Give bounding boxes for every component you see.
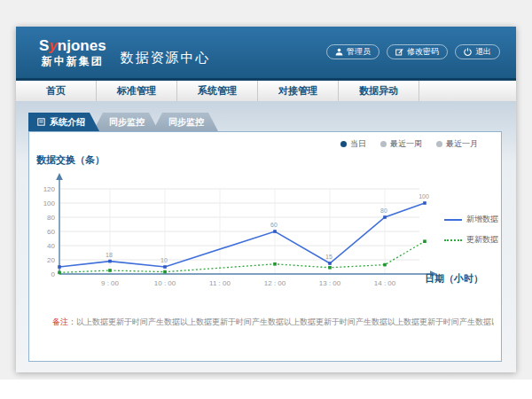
svg-text:80: 80	[47, 214, 55, 222]
time-range-radios: 当日最近一周最近一月	[340, 138, 478, 150]
tab-3[interactable]: 同步监控	[153, 113, 218, 131]
svg-text:14 : 00: 14 : 00	[374, 279, 396, 287]
nav-item-2[interactable]: 标准管理	[97, 81, 177, 101]
nav-item-3[interactable]: 系统管理	[177, 81, 258, 101]
chart-panel: 当日最近一周最近一月 数据交换（条） 0204060801001209 : 00…	[28, 131, 502, 362]
radio-option-2[interactable]: 最近一周	[380, 138, 422, 150]
action-label: 退出	[475, 47, 491, 57]
svg-text:12 : 00: 12 : 00	[264, 279, 286, 287]
radio-dot-icon	[340, 141, 347, 147]
legend-item-new[interactable]: 新增数据	[444, 214, 498, 225]
document-icon	[37, 118, 45, 126]
svg-text:9 : 00: 9 : 00	[101, 279, 120, 287]
radio-label: 最近一周	[390, 138, 422, 150]
svg-text:11 : 00: 11 : 00	[209, 279, 231, 287]
svg-text:15: 15	[325, 254, 332, 260]
tab-2[interactable]: 同步监控	[93, 113, 159, 131]
x-axis-title: 日期（小时）	[425, 272, 483, 286]
edit-button[interactable]: 修改密码	[387, 44, 448, 59]
radio-dot-icon	[380, 141, 387, 147]
series-legend: 新增数据更新数据	[444, 214, 498, 246]
svg-text:120: 120	[43, 185, 56, 193]
action-label: 修改密码	[407, 47, 439, 57]
tab-label: 同步监控	[168, 116, 204, 129]
footnote-text: 以上数据更新于时间产生数据以上数据更新于时间产生数据以上数据更新于时间产生数据以…	[76, 317, 494, 326]
radio-label: 最近一月	[446, 138, 478, 150]
user-icon	[335, 48, 343, 56]
nav-item-1[interactable]: 首页	[16, 81, 97, 101]
logout-icon	[464, 48, 472, 56]
tab-bar: 系统介绍同步监控同步监控	[28, 113, 218, 131]
action-label: 管理员	[347, 47, 371, 57]
main-nav: 首页标准管理系统管理对接管理数据异动	[16, 78, 516, 101]
page-background: Synjones 新中新集团 数据资源中心 管理员修改密码退出 首页标准管理系统…	[0, 0, 532, 399]
tab-1[interactable]: 系统介绍	[28, 113, 99, 131]
tab-label: 系统介绍	[50, 116, 85, 129]
radio-option-1[interactable]: 当日	[340, 138, 366, 150]
svg-text:60: 60	[270, 222, 278, 228]
legend-item-update[interactable]: 更新数据	[444, 234, 498, 246]
svg-text:100: 100	[43, 200, 56, 207]
y-axis-title: 数据交换（条）	[36, 153, 105, 167]
logo-wordmark: Synjones	[39, 38, 106, 53]
app-title: 数据资源中心	[121, 50, 211, 66]
svg-text:10: 10	[160, 257, 168, 263]
footnote: 备注：以上数据更新于时间产生数据以上数据更新于时间产生数据以上数据更新于时间产生…	[52, 317, 494, 328]
radio-label: 当日	[350, 138, 366, 150]
svg-text:13 : 00: 13 : 00	[319, 279, 341, 287]
svg-text:0: 0	[51, 270, 56, 278]
svg-text:80: 80	[380, 207, 387, 214]
header-actions: 管理员修改密码退出	[326, 44, 500, 59]
svg-text:40: 40	[47, 242, 55, 250]
svg-text:60: 60	[47, 228, 55, 236]
svg-text:100: 100	[419, 193, 429, 200]
edit-icon	[395, 48, 403, 56]
app-window: Synjones 新中新集团 数据资源中心 管理员修改密码退出 首页标准管理系统…	[16, 27, 516, 372]
legend-line-icon	[444, 219, 462, 221]
logo-company-name: 新中新集团	[39, 56, 106, 66]
legend-line-icon	[444, 239, 462, 241]
logo: Synjones 新中新集团	[39, 38, 106, 66]
user-button[interactable]: 管理员	[326, 44, 379, 59]
radio-option-3[interactable]: 最近一月	[436, 138, 478, 150]
svg-text:20: 20	[47, 256, 55, 264]
svg-text:10 : 00: 10 : 00	[154, 279, 176, 287]
content-area: 系统介绍同步监控同步监控 当日最近一周最近一月 数据交换（条） 02040608…	[16, 101, 516, 372]
nav-item-4[interactable]: 对接管理	[258, 81, 339, 101]
footnote-prefix: 备注：	[52, 317, 76, 326]
tab-label: 同步监控	[109, 116, 145, 129]
nav-item-5[interactable]: 数据异动	[339, 81, 419, 101]
legend-label: 更新数据	[466, 234, 498, 246]
app-header: Synjones 新中新集团 数据资源中心 管理员修改密码退出	[16, 27, 516, 78]
legend-label: 新增数据	[466, 214, 498, 225]
radio-dot-icon	[436, 141, 442, 147]
svg-text:18: 18	[106, 252, 113, 258]
logout-button[interactable]: 退出	[455, 44, 500, 59]
logo-accent-letter: y	[49, 37, 57, 54]
